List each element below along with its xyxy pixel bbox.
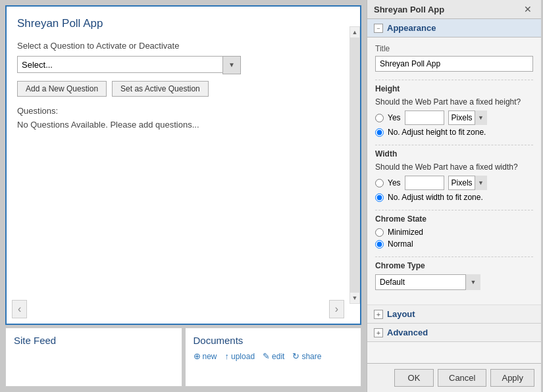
right-panel-header: Shreyan Poll App ✕ xyxy=(367,0,541,19)
width-yes-row: Yes Pixels xyxy=(375,176,533,190)
webpart-title: Shreyan Poll App xyxy=(17,17,349,30)
height-pixels-wrapper: Pixels xyxy=(448,110,487,125)
width-no-radio[interactable] xyxy=(375,193,384,202)
right-panel: Shreyan Poll App ✕ − Appearance Title He… xyxy=(367,0,541,392)
chrome-state-group: Chrome State Minimized Normal xyxy=(375,214,533,249)
height-yes-label: Yes xyxy=(388,113,401,122)
appearance-collapse-icon: − xyxy=(374,24,383,33)
divider-1 xyxy=(375,80,533,80)
layout-section-header[interactable]: + Layout xyxy=(367,305,541,324)
select-label: Select a Question to Activate or Deactiv… xyxy=(17,41,349,51)
normal-row: Normal xyxy=(375,239,533,249)
scroll-track xyxy=(350,37,359,293)
main-webpart: ▲ ▼ Shreyan Poll App Select a Question t… xyxy=(5,5,361,325)
height-yes-row: Yes Pixels xyxy=(375,110,533,125)
site-feed-panel: Site Feed xyxy=(5,328,182,387)
documents-panel: Documents ⊕ new ↑ upload ✎ edit ↻ share xyxy=(185,328,362,387)
width-pixels-row: Pixels xyxy=(405,176,487,190)
appearance-section-body: Title Height Should the Web Part have a … xyxy=(367,37,541,305)
chrome-type-select[interactable]: Default xyxy=(375,274,480,290)
new-icon: ⊕ xyxy=(194,351,201,361)
edit-icon: ✎ xyxy=(263,351,270,361)
ok-button[interactable]: OK xyxy=(394,369,434,387)
height-pixels-select[interactable]: Pixels xyxy=(448,110,487,125)
scroll-down-arrow[interactable]: ▼ xyxy=(350,293,360,303)
height-pixels-row: Pixels xyxy=(405,110,487,125)
width-question: Should the Web Part have a fixed width? xyxy=(375,162,533,172)
bottom-row: Site Feed Documents ⊕ new ↑ upload ✎ edi… xyxy=(5,328,361,387)
doc-edit-label: edit xyxy=(272,352,284,361)
width-pixels-input[interactable] xyxy=(405,176,444,190)
width-pixels-select[interactable]: Pixels xyxy=(448,176,487,190)
appearance-label: Appearance xyxy=(387,23,436,33)
minimized-label: Minimized xyxy=(388,228,423,237)
set-active-button[interactable]: Set as Active Question xyxy=(112,81,209,97)
doc-upload-label: upload xyxy=(231,352,255,361)
height-pixels-input[interactable] xyxy=(405,110,444,125)
select-container: Select... xyxy=(17,56,349,73)
normal-label: Normal xyxy=(388,239,413,249)
advanced-expand-icon: + xyxy=(374,328,383,337)
width-yes-label: Yes xyxy=(388,178,401,187)
question-select[interactable]: Select... xyxy=(17,56,241,73)
title-input[interactable] xyxy=(375,56,533,72)
cancel-button[interactable]: Cancel xyxy=(438,369,486,387)
doc-new-action[interactable]: ⊕ new xyxy=(194,351,217,361)
doc-new-label: new xyxy=(203,352,217,361)
layout-expand-icon: + xyxy=(374,310,383,319)
advanced-label: Advanced xyxy=(387,328,428,337)
normal-radio[interactable] xyxy=(375,240,384,249)
share-icon: ↻ xyxy=(292,351,299,361)
width-no-label: No. Adjust width to fit zone. xyxy=(388,193,483,202)
width-field-group: Width Should the Web Part have a fixed w… xyxy=(375,149,533,202)
questions-label: Questions: xyxy=(17,106,349,116)
documents-actions: ⊕ new ↑ upload ✎ edit ↻ share xyxy=(194,351,353,361)
no-questions-message: No Questions Available. Please add quest… xyxy=(17,120,349,130)
width-pixels-wrapper: Pixels xyxy=(448,176,487,190)
title-label: Title xyxy=(375,44,533,53)
doc-upload-action[interactable]: ↑ upload xyxy=(225,351,255,361)
title-field-group: Title xyxy=(375,44,533,72)
height-yes-radio[interactable] xyxy=(375,114,384,122)
add-question-button[interactable]: Add a New Question xyxy=(17,81,107,97)
width-label: Width xyxy=(375,149,533,159)
doc-share-label: share xyxy=(301,352,321,361)
minimized-row: Minimized xyxy=(375,228,533,237)
question-select-wrapper: Select... xyxy=(17,56,241,73)
chrome-type-group: Chrome Type Default xyxy=(375,261,533,290)
nav-next-arrow[interactable]: › xyxy=(329,300,344,318)
nav-prev-arrow[interactable]: ‹ xyxy=(12,300,27,318)
action-buttons: Add a New Question Set as Active Questio… xyxy=(17,81,349,97)
width-no-row: No. Adjust width to fit zone. xyxy=(375,193,533,202)
width-yes-radio[interactable] xyxy=(375,179,384,187)
doc-edit-action[interactable]: ✎ edit xyxy=(263,351,284,361)
chrome-type-label: Chrome Type xyxy=(375,261,533,270)
right-panel-footer: OK Cancel Apply xyxy=(367,363,541,392)
chrome-type-select-wrapper: Default xyxy=(375,274,480,290)
height-label: Height xyxy=(375,84,533,93)
divider-2 xyxy=(375,145,533,145)
minimized-radio[interactable] xyxy=(375,228,384,237)
left-panel: ▲ ▼ Shreyan Poll App Select a Question t… xyxy=(0,0,367,392)
appearance-section-header[interactable]: − Appearance xyxy=(367,19,541,37)
doc-share-action[interactable]: ↻ share xyxy=(292,351,321,361)
site-feed-title: Site Feed xyxy=(14,335,174,346)
height-no-label: No. Adjust height to fit zone. xyxy=(388,128,486,137)
right-panel-title: Shreyan Poll App xyxy=(374,5,444,14)
height-no-radio[interactable] xyxy=(375,128,384,137)
divider-4 xyxy=(375,257,533,257)
advanced-section-header[interactable]: + Advanced xyxy=(367,324,541,342)
height-no-row: No. Adjust height to fit zone. xyxy=(375,128,533,137)
height-question: Should the Web Part have a fixed height? xyxy=(375,97,533,107)
documents-title: Documents xyxy=(194,335,353,346)
divider-3 xyxy=(375,210,533,210)
height-field-group: Height Should the Web Part have a fixed … xyxy=(375,84,533,137)
scroll-up-arrow[interactable]: ▲ xyxy=(350,27,360,37)
webpart-nav: ‹ › xyxy=(7,300,349,318)
right-panel-body: − Appearance Title Height Should the Web… xyxy=(367,19,541,363)
webpart-scrollbar[interactable]: ▲ ▼ xyxy=(349,26,360,304)
apply-button[interactable]: Apply xyxy=(490,369,534,387)
layout-label: Layout xyxy=(387,309,415,319)
close-button[interactable]: ✕ xyxy=(521,4,534,14)
upload-icon: ↑ xyxy=(225,351,230,361)
